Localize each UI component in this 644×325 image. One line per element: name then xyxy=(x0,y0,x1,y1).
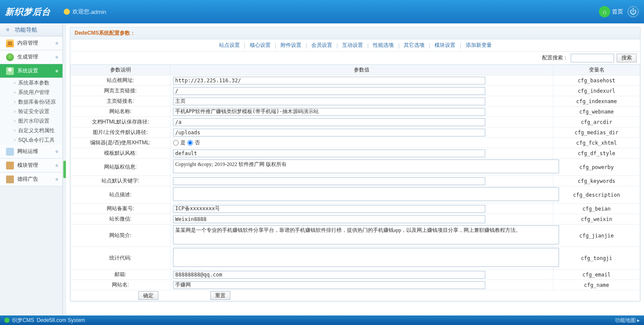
row-value-cell xyxy=(170,159,553,176)
ok-button[interactable]: 确定 xyxy=(138,291,158,300)
sub-doc-attrs[interactable]: 自定义文档属性 xyxy=(0,126,62,135)
config-text-input[interactable] xyxy=(173,118,485,126)
row-label: 模板默认风格: xyxy=(71,148,170,159)
tab-member[interactable]: 会员设置 xyxy=(310,42,334,49)
tab-core[interactable]: 核心设置 xyxy=(248,42,272,49)
tab-interact[interactable]: 互动设置 xyxy=(340,42,365,49)
sub-security[interactable]: 验证安全设置 xyxy=(0,107,62,116)
row-label: 编辑器(是/否)使用XHTML: xyxy=(71,138,170,148)
home-button[interactable]: ⌂ 首页 xyxy=(599,6,623,17)
tab-addvar[interactable]: 添加新变量 xyxy=(464,42,494,49)
row-value-cell xyxy=(170,117,553,127)
tab-perf[interactable]: 性能选项 xyxy=(371,42,396,49)
row-value-cell xyxy=(170,127,553,138)
table-row: 网页主页链接:cfg_indexurl xyxy=(71,86,640,96)
config-text-input[interactable] xyxy=(173,271,485,279)
table-row: 站点默认关键字:cfg_keywords xyxy=(71,176,640,186)
row-label: 邮箱: xyxy=(71,270,170,280)
tab-other[interactable]: 其它选项 xyxy=(402,42,426,49)
sidebar-title: ≡功能导航 xyxy=(0,23,62,36)
sub-db-backup[interactable]: 数据库备份/还原 xyxy=(0,97,62,107)
row-value-cell xyxy=(170,148,553,159)
config-text-input[interactable] xyxy=(173,77,485,84)
table-row: 网站名:cfg_name xyxy=(71,280,640,290)
tab-site[interactable]: 站点设置 xyxy=(217,42,242,49)
footer-text-2: Dede58.com System xyxy=(37,317,85,323)
config-text-input[interactable] xyxy=(173,205,485,213)
table-row: 站点根网址:cfg_basehost xyxy=(71,75,640,86)
th-desc: 参数说明 xyxy=(71,65,170,75)
config-textarea[interactable] xyxy=(173,187,559,201)
table-row: 编辑器(是/否)使用XHTML:是 否cfg_fck_xhtml xyxy=(71,138,640,148)
module-icon xyxy=(6,162,14,169)
config-tabs: 站点设置| 核心设置| 附件设置| 会员设置| 互动设置| 性能选项| 其它选项… xyxy=(70,39,640,52)
row-label: 文档HTML默认保存路径: xyxy=(71,117,170,127)
table-row: 网站名称:cfg_webname xyxy=(71,107,640,117)
row-label: 图片/上传文件默认路径: xyxy=(71,127,170,138)
row-label: 网站版权信息: xyxy=(71,159,170,176)
search-input[interactable] xyxy=(571,54,614,62)
row-value-cell xyxy=(170,214,553,224)
row-varname: cfg_weixin xyxy=(553,214,640,224)
sidebar-item-content[interactable]: 内容管理 xyxy=(0,36,62,50)
config-text-input[interactable] xyxy=(173,177,485,185)
config-text-input[interactable] xyxy=(173,150,485,157)
logout-button[interactable]: ⏻ xyxy=(628,6,639,17)
status-ok-icon xyxy=(4,318,10,323)
content-icon xyxy=(6,39,14,47)
table-row: 统计代码:cfg_tongji xyxy=(71,247,640,270)
footer-bar: 织梦CMS Dede58.com System 功能地图 ▸ xyxy=(0,315,644,325)
config-textarea[interactable] xyxy=(173,225,559,244)
config-textarea[interactable] xyxy=(173,248,559,267)
config-text-input[interactable] xyxy=(173,87,485,95)
sidebar: ≡功能导航 内容管理 生成管理 系统设置 系统基本参数 系统用户管理 数据库备份… xyxy=(0,23,63,315)
table-row: 站长微信:cfg_weixin xyxy=(71,214,640,224)
table-row: 站点描述:cfg_description xyxy=(71,186,640,204)
footer-sitemap-link[interactable]: 功能地图 ▸ xyxy=(615,317,640,324)
config-text-input[interactable] xyxy=(173,129,485,136)
config-text-input[interactable] xyxy=(173,215,485,223)
welcome-user: admin xyxy=(91,9,106,15)
home-label: 首页 xyxy=(612,8,623,16)
sub-basic-params[interactable]: 系统基本参数 xyxy=(0,78,62,88)
sidebar-item-ops[interactable]: 网站运维 xyxy=(0,145,62,159)
config-textarea[interactable] xyxy=(173,159,559,173)
tab-module[interactable]: 模块设置 xyxy=(433,42,457,49)
dot-icon xyxy=(56,56,58,58)
row-label: 站长微信: xyxy=(71,214,170,224)
system-icon xyxy=(6,67,14,75)
sidebar-drag-handle[interactable] xyxy=(63,23,66,315)
row-label: 网站名: xyxy=(71,280,170,290)
welcome-prefix: 欢迎您, xyxy=(72,8,91,16)
top-header: 新织梦后台 欢迎您,admin ⌂ 首页 ⏻ xyxy=(0,0,644,23)
tab-attach[interactable]: 附件设置 xyxy=(279,42,303,49)
sidebar-item-generate[interactable]: 生成管理 xyxy=(0,50,62,64)
reset-button[interactable]: 重置 xyxy=(210,291,230,300)
row-value-cell xyxy=(170,86,553,96)
th-var: 变量名 xyxy=(553,65,640,75)
row-label: 网页主页链接: xyxy=(71,86,170,96)
panel-title: DedeCMS系统配置参数： xyxy=(70,27,640,39)
row-varname: cfg_beian xyxy=(553,204,640,214)
row-value-cell xyxy=(170,204,553,214)
sub-watermark[interactable]: 图片水印设置 xyxy=(0,116,62,126)
radio-no[interactable] xyxy=(187,140,193,146)
row-label: 网站名称: xyxy=(71,107,170,117)
row-value-cell xyxy=(170,247,553,270)
search-button[interactable]: 搜索 xyxy=(617,54,637,62)
sidebar-item-system[interactable]: 系统设置 xyxy=(0,64,62,78)
sidebar-item-module[interactable]: 模块管理 xyxy=(0,159,62,172)
radio-yes[interactable] xyxy=(173,140,179,146)
config-text-input[interactable] xyxy=(173,281,485,289)
row-varname: cfg_df_style xyxy=(553,148,640,159)
menu-icon: ≡ xyxy=(6,26,12,33)
config-search-row: 配置搜索： 搜索 xyxy=(70,52,640,65)
sidebar-item-ad[interactable]: 德得广告 xyxy=(0,172,62,186)
sub-user-mgmt[interactable]: 系统用户管理 xyxy=(0,88,62,97)
table-row: 网站备案号:cfg_beian xyxy=(71,204,640,214)
dot-icon xyxy=(56,178,58,181)
config-text-input[interactable] xyxy=(173,98,485,105)
table-row: 邮箱:cfg_email xyxy=(71,270,640,280)
sub-sql-tool[interactable]: SQL命令行工具 xyxy=(0,135,62,145)
config-text-input[interactable] xyxy=(173,108,485,116)
